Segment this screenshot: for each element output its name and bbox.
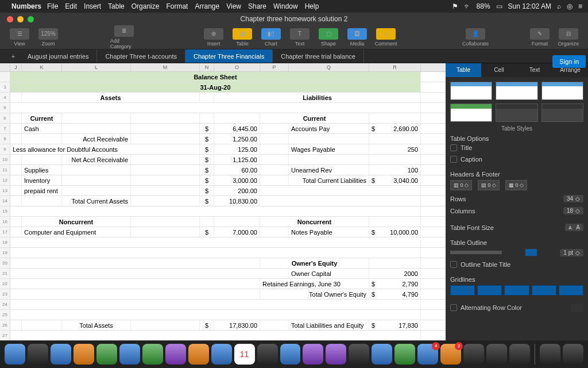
dock-mail-icon[interactable]: [280, 344, 301, 365]
sheet-tab-active[interactable]: Chapter Three Financials: [185, 49, 273, 63]
menu-organize[interactable]: Organize: [131, 2, 160, 10]
collaborate-button[interactable]: 👤Collaborate: [462, 28, 489, 47]
dock-app-icon[interactable]: [257, 344, 278, 365]
clock[interactable]: Sun 12:02 AM: [508, 2, 551, 10]
menu-window[interactable]: Window: [273, 2, 298, 10]
dock-app-icon[interactable]: [165, 344, 186, 365]
dock-trash-icon[interactable]: [563, 344, 583, 365]
sign-in-button[interactable]: Sign in: [552, 55, 586, 68]
flag-icon[interactable]: ⚑: [452, 2, 458, 10]
dock-app-icon[interactable]: [211, 344, 232, 365]
inspector-tab-text[interactable]: Text: [517, 63, 552, 77]
menu-extra-icon[interactable]: ≡: [578, 2, 582, 10]
add-sheet-button[interactable]: +: [7, 49, 20, 63]
sheet-tab[interactable]: Chapter three trial balance: [273, 49, 364, 63]
outline-width-stepper[interactable]: 1 pt ◇: [560, 249, 583, 256]
outline-style-select[interactable]: [450, 251, 502, 254]
cell-title[interactable]: Balance Sheet: [10, 72, 421, 82]
insert-button[interactable]: ⊕Insert: [200, 28, 227, 47]
minimize-window-button[interactable]: [17, 16, 24, 22]
dock-tv-icon[interactable]: [349, 344, 369, 365]
font-size-label: Table Font Size: [450, 224, 494, 231]
wifi-icon[interactable]: ᯤ: [464, 2, 471, 10]
text-button[interactable]: TText: [286, 28, 314, 47]
dock-app-icon[interactable]: [509, 344, 530, 365]
dock-podcasts-icon[interactable]: [326, 344, 346, 365]
table-button[interactable]: ▦Table: [229, 28, 256, 47]
dock-app-icon[interactable]: [372, 344, 392, 365]
dock-app-icon[interactable]: 2: [440, 344, 461, 365]
rows-stepper[interactable]: 34 ◇: [563, 195, 583, 202]
menu-insert[interactable]: Insert: [84, 2, 101, 10]
title-checkbox[interactable]: [450, 144, 457, 151]
view-button[interactable]: ☰View: [6, 28, 33, 47]
dock-finder-icon[interactable]: [5, 344, 25, 365]
chart-button[interactable]: ▮▯Chart: [257, 28, 285, 47]
dock-app-icon[interactable]: [463, 344, 484, 365]
spotlight-icon[interactable]: ⌕: [557, 2, 561, 10]
app-name[interactable]: Numbers: [11, 2, 41, 10]
header-rows-stepper[interactable]: ▥ 0 ◇: [450, 180, 472, 190]
dock-calendar-icon[interactable]: 11: [234, 344, 255, 365]
menu-view[interactable]: View: [226, 2, 241, 10]
table-style-thumb[interactable]: [541, 103, 583, 122]
shape-button[interactable]: ▢Shape: [315, 28, 342, 47]
dock-app-icon[interactable]: [188, 344, 209, 365]
menu-arrange[interactable]: Arrange: [195, 2, 219, 10]
menu-edit[interactable]: Edit: [65, 2, 77, 10]
gridline-button[interactable]: [477, 285, 502, 296]
siri-icon[interactable]: ◎: [567, 2, 572, 10]
dock-app-icon[interactable]: [486, 344, 507, 365]
gridline-button[interactable]: [532, 285, 556, 296]
outline-color-swatch[interactable]: [525, 248, 537, 256]
comment-button[interactable]: ▭Comment: [372, 28, 400, 47]
dock-app-icon[interactable]: [74, 344, 94, 365]
table-style-thumb[interactable]: [450, 82, 492, 100]
outline-title-checkbox[interactable]: [450, 261, 457, 268]
dock-safari-icon[interactable]: [51, 344, 71, 365]
gridline-button[interactable]: [504, 285, 529, 296]
dock-downloads-icon[interactable]: [540, 344, 560, 365]
menu-help[interactable]: Help: [305, 2, 319, 10]
add-category-button[interactable]: ≣Add Category: [110, 25, 138, 49]
menu-file[interactable]: File: [47, 2, 58, 10]
gridline-button[interactable]: [450, 285, 475, 296]
sheet-tab[interactable]: Chapter Three t-accounts: [97, 49, 185, 63]
dock-messages-icon[interactable]: [96, 344, 117, 365]
dock-numbers-icon[interactable]: [394, 344, 415, 365]
dock-facetime-icon[interactable]: [142, 344, 163, 365]
header-cols-stepper[interactable]: ▤ 0 ◇: [478, 180, 500, 190]
close-window-button[interactable]: [7, 16, 13, 22]
cell-date[interactable]: 31-Aug-20: [10, 82, 421, 92]
dock-music-icon[interactable]: [303, 344, 323, 365]
table-style-thumb[interactable]: [496, 82, 537, 100]
alt-row-checkbox[interactable]: [450, 304, 457, 311]
menu-table[interactable]: Table: [108, 2, 125, 10]
inspector-tab-table[interactable]: Table: [446, 63, 481, 77]
dock-app-icon[interactable]: [119, 344, 140, 365]
dock-app-icon[interactable]: 4: [417, 344, 438, 365]
gridline-button[interactable]: [559, 285, 583, 296]
zoom-button[interactable]: 125%Zoom: [34, 28, 62, 47]
table-style-thumb[interactable]: [541, 82, 583, 100]
grid[interactable]: Balance Sheet 331-Aug-20 4AssetsLiabilit…: [0, 72, 446, 340]
organize-button[interactable]: ⊟Organize: [555, 28, 582, 47]
column-headers[interactable]: J K L M N O P Q R: [0, 63, 446, 72]
alt-row-color-swatch[interactable]: [571, 304, 583, 312]
menu-format[interactable]: Format: [166, 2, 188, 10]
outline-label: Table Outline: [450, 239, 583, 246]
table-style-thumb[interactable]: [496, 103, 537, 122]
media-button[interactable]: 🖼Media: [343, 28, 371, 47]
fullscreen-window-button[interactable]: [28, 16, 34, 22]
columns-stepper[interactable]: 18 ◇: [563, 207, 583, 214]
table-style-thumb[interactable]: [450, 103, 492, 122]
font-size-buttons[interactable]: ᴀ A: [565, 224, 583, 231]
spreadsheet-canvas[interactable]: J K L M N O P Q R Balance Sheet 331-Aug-…: [0, 63, 446, 340]
format-button[interactable]: ✎Format: [526, 28, 554, 47]
caption-checkbox[interactable]: [450, 156, 457, 163]
sheet-tab[interactable]: August journal entries: [20, 49, 97, 63]
inspector-tab-cell[interactable]: Cell: [481, 63, 517, 77]
dock-app-icon[interactable]: [28, 344, 48, 365]
menu-share[interactable]: Share: [248, 2, 266, 10]
footer-rows-stepper[interactable]: ▦ 0 ◇: [505, 180, 527, 190]
